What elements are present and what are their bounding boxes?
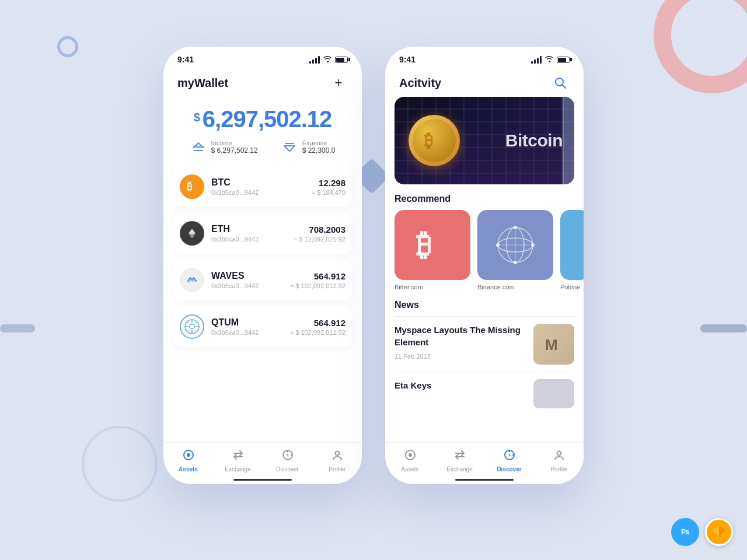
recommend-list: ₿ Bitter.com bbox=[385, 210, 584, 300]
wallet-title: myWallet bbox=[177, 76, 228, 90]
balance-section: $ 6,297,502.12 Income bbox=[163, 97, 362, 166]
coin-waves[interactable]: WAVES 0x3b5ca0...9442 564.912 ≈ $ 102,09… bbox=[173, 260, 352, 300]
svg-line-14 bbox=[187, 322, 190, 324]
eth-info: ETH 0x3b5ca0...9442 bbox=[211, 224, 294, 243]
recommend-header: Recommend bbox=[385, 194, 584, 210]
news-item-2[interactable]: Eta Keys bbox=[395, 372, 574, 415]
svg-point-9 bbox=[190, 324, 194, 329]
profile-icon-2 bbox=[553, 449, 566, 464]
news-header: News bbox=[395, 300, 574, 316]
svg-line-26 bbox=[563, 85, 566, 89]
income-expense-row: Income $ 6,297,502.12 bbox=[177, 139, 348, 155]
status-time-1: 9:41 bbox=[177, 55, 194, 64]
phone-activity-content: Acitvity bbox=[385, 68, 584, 484]
eth-icon bbox=[180, 221, 204, 246]
home-indicator-1 bbox=[233, 479, 292, 481]
svg-point-40 bbox=[409, 453, 412, 457]
expense-value: $ 22,300.0 bbox=[302, 146, 336, 155]
sketch-badge bbox=[705, 518, 733, 546]
status-bar-1: 9:41 bbox=[163, 47, 362, 68]
news-item-1[interactable]: Myspace Layouts The Missing Element 11 F… bbox=[395, 316, 574, 372]
qtum-usd: ≈ $ 102,092,012.92 bbox=[290, 329, 345, 336]
nav-discover-label-1: Discover bbox=[276, 466, 299, 473]
waves-usd: ≈ $ 102,092,012.92 bbox=[290, 282, 345, 289]
news-section: News Myspace Layouts The Missing Element… bbox=[385, 300, 584, 415]
svg-point-42 bbox=[508, 454, 510, 456]
coin-btc[interactable]: ₿ BTC 0x3b5ca0...9442 12.298 ≈ $ 184,470 bbox=[173, 166, 352, 207]
coin-list: ₿ BTC 0x3b5ca0...9442 12.298 ≈ $ 184,470 bbox=[163, 166, 362, 442]
nav-discover-label-2: Discover bbox=[497, 466, 521, 473]
btc-usd: ≈ $ 184,470 bbox=[312, 189, 345, 196]
qtum-amount: 564.912 bbox=[290, 318, 345, 328]
battery-icon-2 bbox=[557, 57, 570, 63]
qtum-info: QTUM 0x3b5ca0...9442 bbox=[211, 317, 290, 336]
nav-profile-2[interactable]: Profile bbox=[534, 449, 584, 473]
news-title-2: Eta Keys bbox=[395, 379, 526, 391]
nav-assets-1[interactable]: Assets bbox=[163, 449, 213, 473]
income-icon bbox=[190, 141, 207, 153]
coin-qtum[interactable]: QTUM 0x3b5ca0...9442 564.912 ≈ $ 102,092… bbox=[173, 306, 352, 347]
waves-name: WAVES bbox=[211, 271, 290, 281]
btc-addr: 0x3b5ca0...9442 bbox=[211, 189, 312, 196]
nav-assets-2[interactable]: Assets bbox=[385, 449, 435, 473]
btc-values: 12.298 ≈ $ 184,470 bbox=[312, 178, 345, 196]
binance-label: Binance.com bbox=[477, 284, 553, 290]
svg-point-37 bbox=[531, 243, 535, 247]
coin-eth[interactable]: ETH 0x3b5ca0...9442 708.2003 ≈ $ 12,092,… bbox=[173, 213, 352, 254]
svg-marker-5 bbox=[189, 229, 196, 235]
svg-text:₿: ₿ bbox=[416, 228, 431, 262]
eth-name: ETH bbox=[211, 224, 294, 235]
bg-decoration-circle-large bbox=[82, 426, 158, 502]
balance-dollar: $ bbox=[194, 111, 200, 124]
expense-text: Expense $ 22,300.0 bbox=[302, 139, 336, 155]
svg-point-34 bbox=[514, 226, 517, 229]
qtum-values: 564.912 ≈ $ 102,092,012.92 bbox=[290, 318, 345, 336]
bitcoin-banner[interactable]: ₿ Bitcoin bbox=[395, 97, 574, 184]
polone-card bbox=[560, 210, 584, 280]
nav-assets-label-1: Assets bbox=[179, 466, 198, 473]
activity-title: Acitvity bbox=[399, 76, 441, 90]
bitter-card: ₿ bbox=[395, 210, 470, 280]
btc-info: BTC 0x3b5ca0...9442 bbox=[211, 177, 312, 196]
waves-values: 564.912 ≈ $ 102,092,012.92 bbox=[290, 271, 345, 289]
income-text: Income $ 6,297,502.12 bbox=[211, 139, 258, 155]
signal-icon-2 bbox=[531, 56, 542, 64]
news-text-2: Eta Keys bbox=[395, 379, 526, 391]
signal-icon bbox=[309, 56, 320, 64]
phone-wallet: 9:41 bbox=[163, 47, 362, 484]
binance-card bbox=[477, 210, 553, 280]
recommend-bitter[interactable]: ₿ Bitter.com bbox=[395, 210, 470, 290]
bg-decoration-bar-left bbox=[0, 324, 35, 332]
discover-icon-2 bbox=[503, 449, 516, 464]
bitcoin-coin: ₿ bbox=[409, 115, 460, 166]
svg-text:₿: ₿ bbox=[424, 131, 433, 150]
bg-decoration-circle-blue bbox=[57, 36, 78, 57]
svg-rect-3 bbox=[285, 143, 294, 144]
phone-wallet-content: myWallet + $ 6,297,502.12 bbox=[163, 68, 362, 484]
assets-icon-2 bbox=[404, 449, 417, 464]
news-text-1: Myspace Layouts The Missing Element 11 F… bbox=[395, 324, 526, 360]
nav-exchange-2[interactable]: Exchange bbox=[435, 449, 484, 473]
phones-container: 9:41 bbox=[163, 47, 584, 484]
status-icons-1 bbox=[309, 55, 348, 64]
recommend-polone[interactable]: Polone bbox=[560, 210, 584, 290]
nav-discover-1[interactable]: Discover bbox=[263, 449, 312, 473]
activity-scroll-content: ₿ Bitcoin Recommend bbox=[385, 97, 584, 442]
bitcoin-text: Bitcoin bbox=[505, 131, 563, 150]
search-button[interactable] bbox=[551, 74, 570, 92]
eth-amount: 708.2003 bbox=[294, 225, 345, 235]
nav-discover-2[interactable]: Discover bbox=[484, 449, 534, 473]
battery-icon bbox=[335, 57, 348, 63]
balance-number: 6,297,502.12 bbox=[203, 106, 332, 132]
recommend-binance[interactable]: Binance.com bbox=[477, 210, 553, 290]
home-indicator-2 bbox=[455, 479, 514, 481]
nav-exchange-1[interactable]: Exchange bbox=[213, 449, 263, 473]
bottom-nav-2: Assets Exchange Discover bbox=[385, 442, 584, 484]
phone-activity: 9:41 bbox=[385, 47, 584, 484]
photoshop-badge: Ps bbox=[671, 518, 699, 546]
svg-point-19 bbox=[187, 453, 190, 457]
nav-profile-1[interactable]: Profile bbox=[312, 449, 362, 473]
waves-info: WAVES 0x3b5ca0...9442 bbox=[211, 271, 290, 289]
add-button[interactable]: + bbox=[329, 74, 348, 92]
app-badges: Ps bbox=[671, 518, 733, 546]
